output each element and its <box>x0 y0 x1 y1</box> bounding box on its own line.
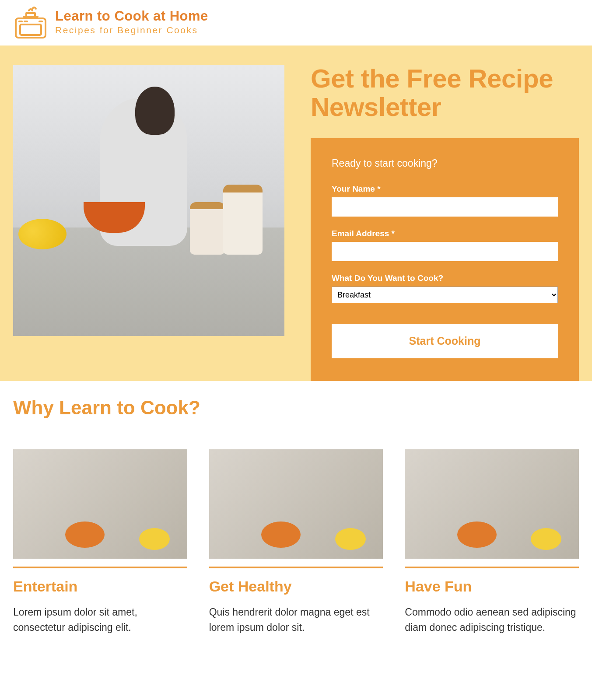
card-divider <box>209 567 383 568</box>
cook-select-label: What Do You Want to Cook? <box>332 273 558 283</box>
cook-select[interactable]: Breakfast <box>332 287 558 303</box>
email-label: Email Address * <box>332 229 558 238</box>
hero-section: Get the Free Recipe Newsletter Ready to … <box>0 46 592 381</box>
card-fun-title: Have Fun <box>405 578 579 595</box>
card-fun-image <box>405 449 579 559</box>
site-header: Learn to Cook at Home Recipes for Beginn… <box>0 0 592 46</box>
card-healthy-text: Quis hendrerit dolor magna eget est lore… <box>209 605 383 636</box>
site-title-block: Learn to Cook at Home Recipes for Beginn… <box>55 8 208 35</box>
card-entertain-text: Lorem ipsum dolor sit amet, consectetur … <box>13 605 187 636</box>
card-healthy-title: Get Healthy <box>209 578 383 595</box>
hero-title: Get the Free Recipe Newsletter <box>311 65 579 122</box>
why-section: Why Learn to Cook? Entertain Lorem ipsum… <box>0 381 592 662</box>
newsletter-form: Ready to start cooking? Your Name * Emai… <box>311 138 579 381</box>
card-entertain: Entertain Lorem ipsum dolor sit amet, co… <box>13 449 187 636</box>
card-divider <box>13 567 187 568</box>
card-entertain-image <box>13 449 187 559</box>
email-input[interactable] <box>332 242 558 261</box>
card-entertain-title: Entertain <box>13 578 187 595</box>
card-divider <box>405 567 579 568</box>
site-title: Learn to Cook at Home <box>55 8 208 24</box>
card-fun-text: Commodo odio aenean sed adipiscing diam … <box>405 605 579 636</box>
name-label: Your Name * <box>332 184 558 194</box>
name-input[interactable] <box>332 197 558 217</box>
card-fun: Have Fun Commodo odio aenean sed adipisc… <box>405 449 579 636</box>
form-intro-text: Ready to start cooking? <box>332 158 558 169</box>
start-cooking-button[interactable]: Start Cooking <box>332 324 558 358</box>
hero-cooking-image <box>13 65 284 336</box>
why-title: Why Learn to Cook? <box>13 397 579 419</box>
site-tagline: Recipes for Beginner Cooks <box>55 25 208 35</box>
card-healthy-image <box>209 449 383 559</box>
svg-rect-1 <box>20 24 41 35</box>
logo-oven-icon <box>13 4 48 39</box>
card-healthy: Get Healthy Quis hendrerit dolor magna e… <box>209 449 383 636</box>
